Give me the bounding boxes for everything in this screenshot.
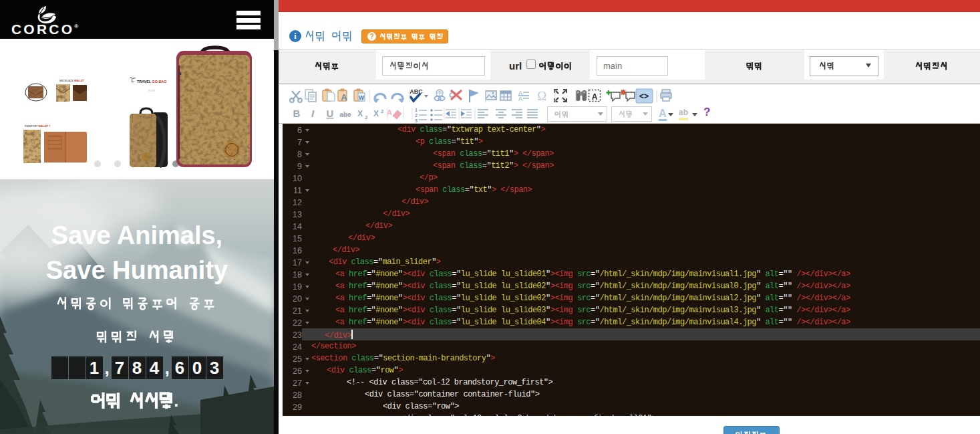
svg-text:X: X: [357, 109, 363, 118]
svg-text:9 0 8 9: 9 0 8 9: [148, 90, 155, 92]
svg-text:Ω: Ω: [537, 89, 546, 103]
svg-text:TRAVEL GO BAG: TRAVEL GO BAG: [137, 80, 166, 84]
svg-text:A: A: [592, 92, 598, 102]
svg-text:<>: <>: [639, 92, 649, 101]
svg-text:I: I: [311, 108, 315, 119]
svg-text:3: 3: [415, 118, 418, 123]
svg-text:2: 2: [415, 113, 418, 118]
svg-text:NECKLACE WALLET: NECKLACE WALLET: [59, 80, 85, 82]
svg-text:X: X: [373, 109, 379, 118]
svg-text:A: A: [341, 92, 347, 102]
svg-text:2: 2: [365, 114, 368, 120]
svg-text:A: A: [518, 96, 522, 102]
svg-text:.: .: [174, 391, 178, 410]
svg-text:1: 1: [415, 108, 418, 112]
svg-text:ABC: ABC: [410, 88, 423, 95]
svg-text:B: B: [293, 108, 301, 119]
svg-text:PASSPORT WALLET 7: PASSPORT WALLET 7: [25, 125, 50, 128]
svg-text:2: 2: [381, 108, 384, 114]
svg-text:abe: abe: [339, 111, 351, 118]
svg-text:U: U: [327, 108, 334, 119]
svg-text:W: W: [359, 94, 365, 101]
